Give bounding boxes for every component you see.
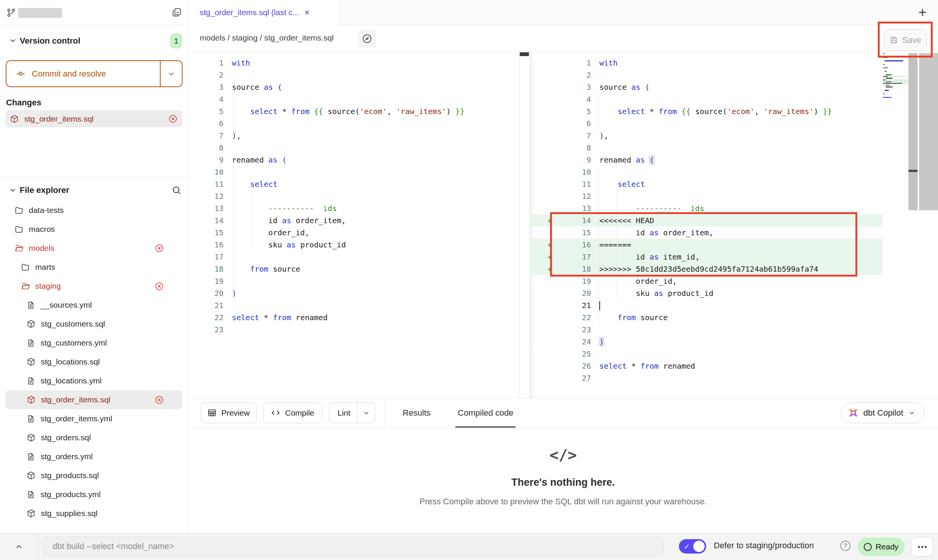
code-line-24[interactable]: 24) (529, 336, 883, 348)
file-row-stg-products-yml[interactable]: stg_products.yml (0, 485, 188, 504)
code-line-15[interactable]: 15 id as order_item, (529, 227, 883, 239)
preview-button[interactable]: Preview (200, 402, 256, 423)
file-row-stg-order-items-yml[interactable]: stg_order_items.yml (0, 409, 188, 428)
code-editor[interactable]: 1with23source as (45 select * from {{ so… (188, 52, 938, 398)
code-line-4[interactable]: 4 (529, 93, 883, 105)
code-line-3[interactable]: 3source as ( (188, 81, 519, 93)
code-line-19[interactable]: 19 order_id, (529, 275, 883, 287)
code-line-11[interactable]: 11 select (529, 178, 883, 190)
code-line-6[interactable]: 6 (188, 117, 519, 130)
file-row-macros[interactable]: macros (0, 220, 188, 239)
code-line-23[interactable]: 23 (529, 324, 883, 336)
code-line-16[interactable]: 16 sku as product_id (188, 239, 519, 251)
code-line-9[interactable]: 9renamed as ( (529, 154, 883, 166)
code-line-22[interactable]: 22 from source (529, 311, 883, 324)
file-row-stg-customers-sql[interactable]: stg_customers.sql (0, 314, 188, 333)
code-line-15[interactable]: 15 order_id, (188, 227, 519, 239)
code-line-21[interactable]: 21 (188, 299, 519, 311)
code-line-4[interactable]: 4 (188, 93, 519, 105)
file-row-stg-supplies-sql[interactable]: stg_supplies.sql (0, 504, 188, 523)
editor-pane-left[interactable]: 1with23source as (45 select * from {{ so… (188, 52, 519, 398)
code-line-12[interactable]: 12 (529, 190, 883, 202)
code-line-16[interactable]: +16======= (529, 239, 883, 251)
defer-toggle[interactable]: ✓ (679, 539, 706, 554)
code-line-27[interactable]: 27 (529, 372, 883, 384)
discard-changes-icon[interactable] (155, 395, 164, 405)
file-explorer-chevron-icon[interactable] (9, 186, 17, 194)
file-row-marts[interactable]: marts (0, 258, 188, 277)
code-line-17[interactable]: +17 id as item_id, (529, 251, 883, 263)
code-line-14[interactable]: 14 id as order_item, (188, 214, 519, 227)
commit-options-caret[interactable] (160, 61, 182, 86)
file-row-data-tests[interactable]: data-tests (0, 201, 188, 220)
lineage-icon[interactable] (358, 30, 376, 48)
code-line-7[interactable]: 7), (529, 130, 883, 142)
more-options-button[interactable] (911, 537, 933, 557)
file-row-stg-order-items-sql[interactable]: stg_order_items.sql (6, 390, 182, 409)
copy-files-icon[interactable] (171, 7, 182, 18)
code-line-8[interactable]: 8 (529, 142, 883, 154)
tab-results[interactable]: Results (400, 398, 433, 428)
command-input[interactable] (42, 537, 664, 556)
code-line-12[interactable]: 12 (188, 190, 519, 202)
file-row-stg-locations-sql[interactable]: stg_locations.sql (0, 352, 188, 371)
code-line-8[interactable]: 8 (188, 142, 519, 154)
lint-options-caret[interactable] (357, 403, 375, 423)
tab-stg-order-items[interactable]: stg_order_items.sql (last c... × (188, 0, 340, 25)
code-line-14[interactable]: +14<<<<<<< HEAD (529, 214, 883, 227)
code-line-23[interactable]: 23 (188, 324, 519, 336)
code-line-21[interactable]: 21 (529, 299, 883, 311)
minimap[interactable] (883, 53, 908, 100)
code-line-9[interactable]: 9renamed as ( (188, 154, 519, 166)
file-row-stg-customers-yml[interactable]: stg_customers.yml (0, 333, 188, 352)
code-line-5[interactable]: 5 select * from {{ source('ecom', 'raw_i… (529, 105, 883, 117)
editor-scrollbar[interactable] (919, 53, 938, 210)
code-line-18[interactable]: 18 from source (188, 263, 519, 275)
search-icon[interactable] (171, 185, 182, 196)
version-control-chevron-icon[interactable] (9, 36, 17, 45)
code-line-25[interactable]: 25 (529, 348, 883, 360)
commit-and-resolve-button[interactable]: Commit and resolve (6, 60, 183, 87)
file-row-stg-products-sql[interactable]: stg_products.sql (0, 466, 188, 485)
code-line-1[interactable]: 1with (529, 57, 883, 69)
file-row-stg-orders-yml[interactable]: stg_orders.yml (0, 447, 188, 466)
code-line-19[interactable]: 19 (188, 275, 519, 287)
help-icon[interactable]: ? (840, 541, 850, 551)
code-line-7[interactable]: 7), (188, 130, 519, 142)
compile-button[interactable]: Compile (263, 402, 322, 423)
save-button[interactable]: Save (884, 29, 927, 51)
code-line-2[interactable]: 2 (529, 69, 883, 81)
discard-changes-icon[interactable] (155, 282, 164, 291)
code-line-11[interactable]: 11 select (188, 178, 519, 190)
code-line-20[interactable]: 20) (188, 287, 519, 299)
file-row-stg-locations-yml[interactable]: stg_locations.yml (0, 371, 188, 390)
code-line-22[interactable]: 22select * from renamed (188, 311, 519, 324)
minimap-slider[interactable] (908, 53, 918, 210)
discard-change-icon[interactable] (168, 114, 178, 124)
code-line-10[interactable]: 10 (529, 166, 883, 178)
file-row-staging[interactable]: staging (0, 277, 188, 296)
code-line-2[interactable]: 2 (188, 69, 519, 81)
code-line-5[interactable]: 5 select * from {{ source('ecom', 'raw_i… (188, 105, 519, 117)
lint-button[interactable]: Lint (329, 402, 375, 423)
left-pane-scrollbar-thumb[interactable] (520, 52, 529, 56)
code-line-13[interactable]: 13 ---------- ids (188, 202, 519, 214)
new-tab-button[interactable]: + (915, 5, 930, 20)
code-line-6[interactable]: 6 (529, 117, 883, 130)
dbt-copilot-button[interactable]: dbt Copilot (841, 402, 924, 423)
code-line-1[interactable]: 1with (188, 57, 519, 69)
collapse-command-bar-icon[interactable] (9, 539, 29, 555)
code-line-18[interactable]: +18>>>>>>> 58c1dd23d5eebd9cd2495fa7124ab… (529, 263, 883, 275)
code-line-26[interactable]: 26select * from renamed (529, 360, 883, 372)
changed-file-row[interactable]: stg_order_items.sql (6, 110, 182, 127)
code-line-17[interactable]: 17 (188, 251, 519, 263)
code-line-13[interactable]: 13 ---------- ids (529, 202, 883, 214)
code-line-10[interactable]: 10 (188, 166, 519, 178)
file-row-models[interactable]: models (0, 239, 188, 258)
file-row-stg-orders-sql[interactable]: stg_orders.sql (0, 428, 188, 447)
editor-pane-right[interactable]: 1with23source as (45 select * from {{ so… (529, 52, 883, 398)
file-row--sources-yml[interactable]: __sources.yml (0, 296, 188, 314)
discard-changes-icon[interactable] (155, 244, 164, 253)
ready-status-badge[interactable]: Ready (858, 538, 905, 556)
tab-close-icon[interactable]: × (305, 8, 310, 17)
